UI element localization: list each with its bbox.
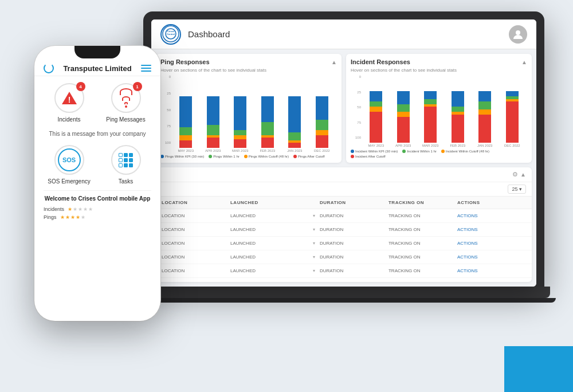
incident-chart-title: Incident Responses [351,58,410,65]
phone-content-area: Transputec Limited 4 [34,58,160,321]
ping-chart-subtitle: Hover on sections of the chart to see in… [160,68,337,73]
ping-chart-inner: 100 75 50 25 0 [160,75,337,152]
incident-bar-feb: FEB 2023 [445,91,471,147]
ping-chart-bars: MAY 2023 APR 2023 [171,75,337,152]
ping-chart-title: Ping Responses [160,58,210,65]
svg-point-4 [516,30,520,35]
table-card-header: ⚙ ▲ [156,167,532,182]
ping-bar-mar: MAR 2023 [227,96,253,152]
sos-emergency-label: SOS Emergency [48,178,90,185]
table-row[interactable]: LOCATION LAUNCHED ▾ DURATION TRACKING ON… [156,223,532,237]
ping-messages-action[interactable]: 1 Ping Messages [100,83,151,123]
incident-legend-48hr: Incident Within Cutoff (48 hr) [441,150,489,153]
collapse-icon[interactable]: ▲ [520,171,526,178]
incidents-badge: 4 [76,82,85,91]
ping-bar-feb: FEB 2023 [255,96,281,152]
ping-badge: 1 [133,82,142,91]
app-logo: Crises Control [160,24,181,45]
incident-legend: Incident Within KPI (30 min) Incident Wi… [351,150,527,158]
incident-bar-jan: JAN 2023 [472,91,498,147]
table-row[interactable]: LOCATION LAUNCHED ▾ DURATION TRACKING ON… [156,250,532,264]
tasks-label: Tasks [119,178,134,185]
ping-messages-label: Ping Messages [106,116,145,123]
incident-responses-card: Incident Responses ▲ Hover on sections o… [346,54,532,163]
blue-accent-block [504,346,573,392]
col-tracking: TRACKING ON [388,200,457,205]
ping-responses-card: Ping Responses ▲ Hover on sections of th… [156,54,342,163]
phone-notch [74,46,120,58]
pings-rating-label: Pings [44,214,57,220]
welcome-section: Welcome to Crises Control mobile App Inc… [44,190,151,220]
dashboard-header: Crises Control Dashboard [151,19,536,49]
table-row[interactable]: LOCATION LAUNCHED ▾ DURATION TRACKING ON… [156,264,532,278]
ping-legend-48hr: Pings Within Cutoff (48 hr) [244,155,289,158]
incident-chevron-icon[interactable]: ▲ [521,59,527,65]
incident-chart-inner: 100 75 50 25 0 [351,75,527,147]
phone-header: Transputec Limited [34,58,160,76]
col-duration: DURATION [320,200,388,205]
pings-rating: Pings ★ ★ ★ ★ ★ [44,214,151,220]
sos-icon-wrap: SOS [54,145,84,175]
welcome-title: Welcome to Crises Control mobile App [44,195,151,202]
incidents-icon-wrap: 4 ! [54,83,84,113]
incident-y-axis: 100 75 50 25 0 [351,75,361,147]
ping-icon-wrap: 1 [111,83,141,113]
laptop-base-bottom [132,298,556,303]
ping-y-axis: 100 75 50 25 0 [160,75,171,152]
hamburger-menu-icon[interactable] [141,65,151,72]
gear-icon[interactable]: ⚙ [512,171,518,178]
ping-bar-may: MAY 2023 [173,96,199,152]
incidents-action[interactable]: 4 ! Incidents [44,83,95,123]
incident-card-header: Incident Responses ▲ [351,58,527,65]
ping-legend: Pings Within KPI (30 min) Pings Within 1… [160,155,337,158]
page-size-selector[interactable]: 25 ▾ [508,185,526,194]
user-avatar[interactable] [509,25,527,44]
tasks-icon-wrap [111,145,141,175]
ping-card-header: Ping Responses ▲ [160,58,337,65]
dashboard-body: Ping Responses ▲ Hover on sections of th… [151,49,536,287]
incident-legend-kpi: Incident Within KPI (30 min) [351,150,398,153]
ping-bar-dec: DEC 2022 [309,96,335,152]
incident-bar-may: MAY 2023 [363,91,389,147]
table-header: LOCATION LAUNCHED DURATION TRACKING ON A… [156,197,532,209]
charts-row: Ping Responses ▲ Hover on sections of th… [156,54,532,163]
incident-chart-subtitle: Hover on sections of the chart to see in… [351,68,527,73]
ping-chevron-icon[interactable]: ▲ [331,59,337,65]
col-location: LOCATION [162,200,230,205]
company-name: Transputec Limited [63,64,131,73]
phone-screen: Transputec Limited 4 [34,46,160,321]
laptop-device: Crises Control Dashboard [143,11,556,309]
incident-bar-apr: APR 2023 [391,91,417,147]
dashboard-title: Dashboard [188,29,509,39]
ping-legend-after: Pings After Cutoff [293,155,325,158]
incident-legend-1hr: Incident Within 1 hr [402,150,436,153]
warning-triangle-icon: ! [61,90,77,106]
tasks-grid-icon [119,153,133,167]
laptop-screen: Crises Control Dashboard [151,19,536,287]
laptop-screen-bezel: Crises Control Dashboard [143,11,544,287]
phone-actions-grid: 4 ! Incidents 1 [44,83,151,123]
table-row[interactable]: LOCATION LAUNCHED ▾ DURATION TRACKING ON… [156,278,532,282]
refresh-icon[interactable] [44,63,54,73]
col-actions: ACTIONS [457,200,526,205]
sos-emergency-action[interactable]: SOS SOS Emergency [44,145,95,185]
incidents-rating-label: Incidents [44,206,64,212]
incident-legend-after: Incident After Cutoff [351,155,386,158]
ratings-list: Incidents ★ ★ ★ ★ ★ Pings [44,206,151,220]
tasks-action[interactable]: Tasks [100,145,151,185]
ping-bar-jan: JAN 2023 [282,96,308,152]
phone-bottom-actions-grid: SOS SOS Emergency [44,145,151,185]
incident-bar-mar: MAR 2023 [418,91,444,147]
table-row[interactable]: LOCATION LAUNCHED ▾ DURATION TRACKING ON… [156,237,532,250]
ping-legend-1hr: Pings Within 1 hr [209,155,239,158]
ping-legend-kpi: Pings Within KPI (30 min) [160,155,204,158]
incidents-label: Incidents [57,116,80,123]
table-row[interactable]: LOCATION LAUNCHED ▾ DURATION TRACKING ON… [156,209,532,223]
ping-bar-apr: APR 2023 [201,96,226,152]
phone-device: Transputec Limited 4 [34,46,160,321]
col-chevron [313,200,320,205]
company-message: This is a message from your company [44,128,151,139]
laptop-base [138,287,550,298]
svg-text:Control: Control [167,33,175,36]
incident-chart-bars: MAY 2023 APR 2023 [361,75,527,147]
